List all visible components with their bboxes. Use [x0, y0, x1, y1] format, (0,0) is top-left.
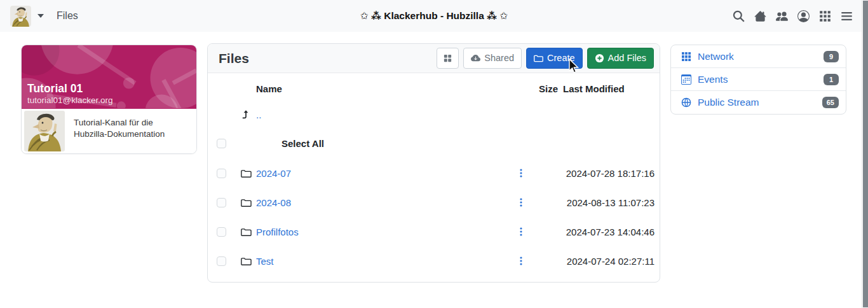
- account-icon[interactable]: [797, 10, 810, 22]
- file-last-modified: 2024-07-24 02:27:11: [558, 256, 654, 267]
- folder-link[interactable]: Profilfotos: [256, 227, 299, 237]
- kebab-menu-icon[interactable]: [517, 227, 526, 237]
- right-nav-list: Network 9 Events 1 Public Stream 65: [670, 45, 846, 115]
- kebab-menu-icon[interactable]: [517, 197, 526, 207]
- current-app-label: Files: [57, 10, 78, 22]
- shared-button-label: Shared: [484, 53, 514, 63]
- file-last-modified: 2024-08-13 11:07:23: [558, 197, 654, 208]
- events-count-badge: 1: [824, 74, 839, 85]
- site-title: ✩ ⁂ Klackerhub - Hubzilla ⁂ ✩: [360, 10, 508, 22]
- row-checkbox[interactable]: [217, 256, 226, 266]
- files-table: Name Size Last Modified ..: [208, 73, 660, 282]
- grid-3x3-icon: [681, 52, 691, 62]
- globe-icon: [681, 97, 691, 108]
- calendar-icon: [681, 74, 691, 85]
- view-toggle-button[interactable]: [437, 48, 459, 69]
- select-all-checkbox[interactable]: [217, 139, 226, 148]
- channel-avatar[interactable]: [10, 6, 31, 27]
- table-row: Profilfotos 2024-07-23 14:04:46: [208, 217, 660, 246]
- level-up-icon: [241, 109, 251, 120]
- folder-link[interactable]: 2024-07: [256, 168, 291, 179]
- connections-icon[interactable]: [776, 10, 788, 22]
- files-panel-header: Files Shared: [208, 44, 660, 73]
- plus-circle-icon: [595, 53, 604, 63]
- add-files-button-label: Add Files: [608, 53, 646, 63]
- sidebar-item-label: Events: [698, 74, 728, 85]
- add-files-button[interactable]: Add Files: [587, 48, 654, 69]
- page-title: Files: [219, 51, 249, 66]
- column-header-name: Name: [256, 83, 510, 94]
- row-checkbox[interactable]: [217, 227, 226, 237]
- select-all-row: Select All: [208, 128, 660, 158]
- profile-avatar[interactable]: [24, 111, 65, 151]
- channel-name: Tutorial 01: [27, 82, 113, 95]
- table-row: 2024-07 2024-07-28 18:17:16: [208, 158, 660, 188]
- shared-button[interactable]: Shared: [463, 48, 522, 69]
- table-row: Test 2024-07-24 02:27:11: [208, 246, 660, 276]
- row-checkbox[interactable]: [217, 198, 226, 207]
- folder-link[interactable]: 2024-08: [256, 197, 291, 208]
- file-rows: 2024-07 2024-07-28 18:17:16: [208, 158, 660, 276]
- menu-icon[interactable]: [841, 10, 853, 22]
- channel-address: tutorial01@klacker.org: [27, 95, 113, 105]
- apps-grid-icon[interactable]: [819, 10, 831, 22]
- folder-link[interactable]: Test: [256, 256, 274, 267]
- scrollbar-thumb[interactable]: [863, 1, 868, 307]
- sidebar-item-label: Public Stream: [698, 97, 759, 108]
- search-icon[interactable]: [733, 10, 745, 22]
- network-count-badge: 9: [824, 51, 839, 62]
- kebab-menu-icon[interactable]: [517, 168, 526, 178]
- select-all-label: Select All: [256, 138, 510, 149]
- folder-icon: [241, 197, 252, 208]
- folder-icon: [241, 256, 252, 267]
- folder-icon: [241, 227, 252, 237]
- sidebar-item-public-stream[interactable]: Public Stream 65: [671, 91, 846, 114]
- page-scrollbar[interactable]: [862, 0, 868, 308]
- grid-2x2-icon: [443, 53, 452, 63]
- table-header-row: Name Size Last Modified: [208, 76, 660, 101]
- files-panel: Files Shared: [207, 43, 660, 283]
- column-header-last-modified: Last Modified: [558, 83, 654, 94]
- file-last-modified: 2024-07-28 18:17:16: [558, 168, 654, 179]
- kebab-menu-icon[interactable]: [517, 256, 526, 266]
- folder-icon: [241, 168, 252, 179]
- public-stream-count-badge: 65: [822, 97, 839, 108]
- sidebar-item-events[interactable]: Events 1: [671, 68, 846, 91]
- folder-icon: [534, 53, 543, 63]
- chevron-down-icon[interactable]: [37, 14, 44, 18]
- create-button-label: Create: [547, 53, 575, 63]
- profile-banner: Tutorial 01 tutorial01@klacker.org: [22, 45, 196, 109]
- file-last-modified: 2024-07-23 14:04:46: [558, 227, 654, 237]
- column-header-size: Size: [532, 83, 558, 94]
- top-navbar: Files ✩ ⁂ Klackerhub - Hubzilla ⁂ ✩: [0, 0, 868, 32]
- home-icon[interactable]: [754, 10, 766, 22]
- parent-directory-link[interactable]: ..: [256, 109, 261, 120]
- cloud-download-icon: [471, 53, 480, 63]
- table-row: 2024-08 2024-08-13 11:07:23: [208, 188, 660, 217]
- row-checkbox[interactable]: [217, 169, 226, 178]
- parent-directory-row: ..: [208, 101, 660, 128]
- create-button[interactable]: Create: [526, 48, 583, 69]
- sidebar-item-label: Network: [698, 51, 734, 62]
- sidebar-item-network[interactable]: Network 9: [671, 45, 846, 68]
- profile-card: Tutorial 01 tutorial01@klacker.org Tutor…: [21, 45, 197, 154]
- channel-description: Tutorial-Kanal für die Hubzilla-Dokument…: [65, 109, 196, 153]
